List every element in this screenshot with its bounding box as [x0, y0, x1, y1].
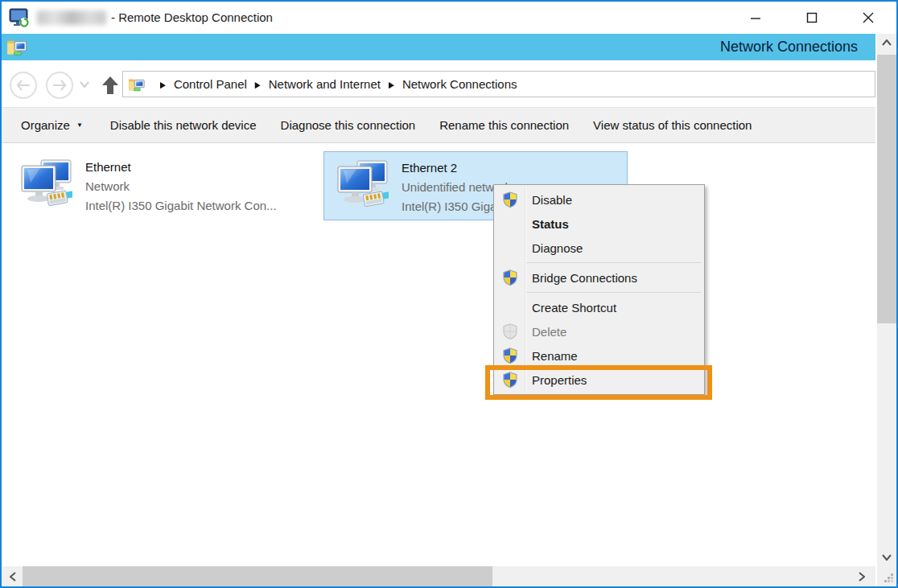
- vertical-scroll-thumb[interactable]: [877, 55, 896, 323]
- menu-item-delete: Delete: [494, 319, 704, 343]
- breadcrumb-caret-icon: ▶: [160, 80, 166, 89]
- window-title: - Remote Desktop Connection: [111, 2, 273, 34]
- back-icon: [15, 79, 31, 92]
- breadcrumb-caret-icon: ▶: [255, 80, 261, 89]
- rdp-app-icon: [8, 6, 31, 29]
- breadcrumb-control-panel[interactable]: Control Panel: [174, 77, 247, 91]
- maximize-icon: [806, 12, 818, 23]
- diagnose-connection-command[interactable]: Diagnose this connection: [281, 118, 416, 132]
- network-connections-folder-icon: [6, 36, 28, 58]
- menu-item-create-shortcut[interactable]: Create Shortcut: [494, 295, 704, 319]
- menu-item-rename[interactable]: Rename: [494, 343, 704, 368]
- rename-connection-command[interactable]: Rename this connection: [439, 118, 569, 132]
- minimize-button[interactable]: [727, 2, 784, 34]
- connection-tile-ethernet[interactable]: Ethernet Network Intel(R) I350 Gigabit N…: [8, 151, 315, 220]
- command-bar: Organize ▼ Disable this network device D…: [2, 107, 875, 143]
- scroll-left-button[interactable]: [2, 566, 24, 586]
- resize-grip-icon[interactable]: [883, 572, 894, 583]
- organize-label: Organize: [21, 118, 70, 132]
- address-location-icon: [128, 76, 146, 93]
- connection-name: Ethernet 2: [402, 161, 457, 175]
- close-icon: [862, 11, 875, 24]
- forward-button[interactable]: [46, 72, 73, 99]
- scroll-down-icon: [882, 554, 892, 561]
- scroll-down-button[interactable]: [877, 549, 896, 566]
- up-button[interactable]: [100, 74, 121, 97]
- remote-desktop-window: - Remote Desktop Connection Network Conn…: [0, 0, 898, 588]
- menu-item-status[interactable]: Status: [494, 212, 704, 236]
- scroll-up-icon: [882, 39, 892, 46]
- vertical-scrollbar[interactable]: [877, 34, 896, 566]
- menu-separator: [526, 262, 702, 263]
- explorer-banner: Network Connections: [2, 34, 875, 60]
- menu-item-bridge-connections[interactable]: Bridge Connections: [494, 265, 704, 290]
- menu-item-disable[interactable]: Disable: [494, 187, 704, 212]
- scroll-right-icon: [859, 572, 865, 582]
- uac-shield-icon: [502, 347, 518, 364]
- scroll-left-icon: [10, 572, 16, 582]
- maximize-button[interactable]: [784, 2, 840, 34]
- back-button[interactable]: [10, 72, 37, 99]
- connection-name: Ethernet: [85, 160, 131, 174]
- forward-icon: [51, 79, 68, 92]
- menu-item-diagnose[interactable]: Diagnose: [494, 236, 704, 260]
- navigation-bar: ▶ Control Panel ▶ Network and Internet ▶…: [2, 60, 875, 107]
- breadcrumb-caret-icon: ▶: [389, 80, 394, 89]
- properties-highlight-annotation: [485, 365, 712, 400]
- connection-device: Intel(R) I350 Gigabit Network Con...: [85, 199, 277, 212]
- address-bar[interactable]: ▶ Control Panel ▶ Network and Internet ▶…: [122, 71, 875, 97]
- close-button[interactable]: [840, 2, 896, 34]
- uac-shield-icon: [502, 269, 518, 286]
- organize-button[interactable]: Organize ▼: [21, 118, 83, 132]
- view-status-command[interactable]: View status of this connection: [593, 118, 752, 132]
- organize-dropdown-icon: ▼: [76, 121, 83, 129]
- network-adapter-icon: [336, 159, 389, 212]
- chevron-down-icon: [79, 80, 90, 88]
- uac-shield-disabled-icon: [502, 323, 518, 339]
- breadcrumb-network-and-internet[interactable]: Network and Internet: [269, 77, 381, 91]
- minimize-icon: [750, 12, 761, 23]
- window-controls: [727, 2, 896, 34]
- banner-title: Network Connections: [720, 34, 858, 60]
- connection-network: Network: [85, 179, 130, 193]
- horizontal-scroll-thumb[interactable]: [23, 566, 492, 586]
- up-icon: [101, 76, 119, 95]
- uac-shield-icon: [502, 191, 518, 208]
- disable-device-command[interactable]: Disable this network device: [110, 118, 257, 132]
- horizontal-scrollbar[interactable]: [2, 566, 875, 586]
- network-adapter-icon: [19, 158, 72, 212]
- breadcrumb-network-connections[interactable]: Network Connections: [402, 77, 517, 91]
- file-list-area: Ethernet Network Intel(R) I350 Gigabit N…: [2, 143, 875, 566]
- menu-separator: [526, 292, 702, 293]
- scroll-up-button[interactable]: [877, 34, 896, 51]
- context-menu: Disable Status Diagnose Bridge Connectio…: [493, 184, 705, 395]
- recent-pages-button[interactable]: [79, 80, 90, 90]
- redacted-title-blur: [37, 10, 106, 25]
- scroll-right-button[interactable]: [848, 566, 875, 586]
- scrollbar-corner: [877, 566, 896, 586]
- title-bar: - Remote Desktop Connection: [2, 2, 896, 34]
